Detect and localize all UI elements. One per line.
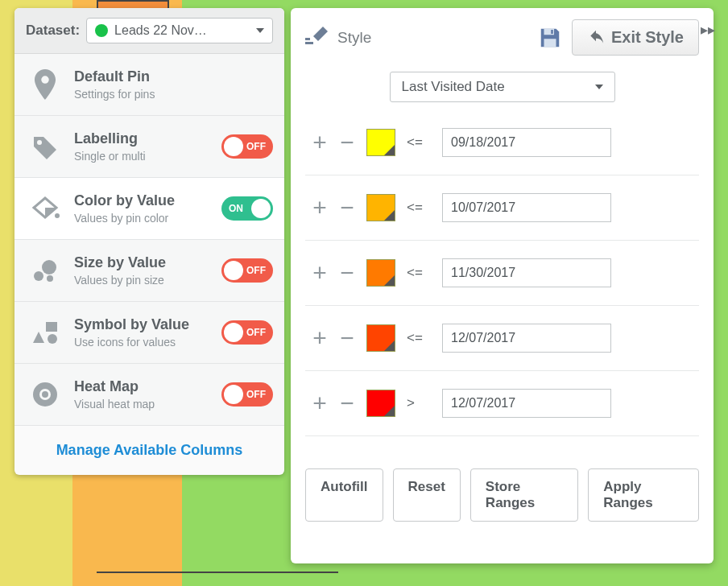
brush-icon bbox=[305, 27, 328, 49]
manage-columns-link[interactable]: Manage Available Columns bbox=[14, 426, 284, 475]
remove-range-button[interactable]: − bbox=[339, 326, 355, 350]
svg-rect-15 bbox=[551, 30, 553, 34]
color-by-value-toggle[interactable]: ON bbox=[221, 196, 273, 221]
range-row: +−> bbox=[305, 371, 699, 436]
svg-rect-5 bbox=[46, 322, 57, 332]
shapes-icon bbox=[27, 320, 63, 345]
style-sidebar: Dataset: Leads 22 Nov… Default Pin Setti… bbox=[14, 8, 284, 475]
chevron-down-icon bbox=[384, 145, 395, 155]
chevron-down-icon bbox=[595, 85, 603, 89]
symbol-by-value-toggle[interactable]: OFF bbox=[221, 320, 273, 345]
range-row: +−<= bbox=[305, 175, 699, 241]
range-row: +−<= bbox=[305, 110, 699, 175]
add-range-button[interactable]: + bbox=[312, 196, 328, 220]
style-title: Style bbox=[337, 29, 528, 47]
expand-icon[interactable]: ▸▸ bbox=[701, 21, 715, 39]
chevron-down-icon bbox=[384, 275, 395, 286]
heatmap-icon bbox=[27, 381, 63, 408]
dataset-label: Dataset: bbox=[26, 23, 80, 39]
color-swatch[interactable] bbox=[366, 194, 395, 221]
color-swatch[interactable] bbox=[366, 390, 395, 417]
range-operator: <= bbox=[407, 200, 431, 216]
svg-rect-11 bbox=[305, 38, 310, 40]
svg-point-10 bbox=[42, 391, 48, 398]
section-sub: Settings for pins bbox=[74, 88, 273, 101]
section-title: Color by Value bbox=[74, 192, 210, 209]
labelling-toggle[interactable]: OFF bbox=[221, 134, 273, 159]
bubbles-icon bbox=[27, 258, 63, 283]
chevron-down-icon bbox=[384, 406, 395, 416]
remove-range-button[interactable]: − bbox=[339, 391, 355, 415]
add-range-button[interactable]: + bbox=[312, 130, 328, 155]
store-ranges-button[interactable]: Store Ranges bbox=[470, 468, 578, 522]
range-row: +−<= bbox=[305, 306, 699, 371]
svg-marker-6 bbox=[33, 332, 44, 343]
remove-range-button[interactable]: − bbox=[339, 130, 355, 155]
range-value-input[interactable] bbox=[442, 324, 611, 353]
field-selected: Last Visited Date bbox=[402, 79, 505, 95]
dataset-status-dot bbox=[95, 24, 108, 37]
remove-range-button[interactable]: − bbox=[339, 196, 355, 220]
sidebar-item-labelling[interactable]: Labelling Single or multi OFF bbox=[14, 116, 284, 178]
svg-point-2 bbox=[42, 260, 56, 274]
section-sub: Values by pin size bbox=[74, 274, 210, 287]
style-panel: ▸▸ Style Exit Style Last Visited Date +−… bbox=[291, 8, 714, 563]
range-value-input[interactable] bbox=[442, 128, 611, 157]
heat-map-toggle[interactable]: OFF bbox=[221, 382, 273, 406]
range-value-input[interactable] bbox=[442, 258, 611, 287]
range-row: +−<= bbox=[305, 241, 699, 306]
app-panels: Dataset: Leads 22 Nov… Default Pin Setti… bbox=[14, 8, 714, 563]
svg-point-1 bbox=[55, 213, 60, 218]
section-title: Heat Map bbox=[74, 378, 210, 395]
reset-button[interactable]: Reset bbox=[393, 468, 461, 522]
sidebar-item-default-pin[interactable]: Default Pin Settings for pins bbox=[14, 54, 284, 116]
range-value-input[interactable] bbox=[442, 193, 611, 222]
sidebar-item-symbol-by-value[interactable]: Symbol by Value Use icons for values OFF bbox=[14, 302, 284, 364]
exit-style-button[interactable]: Exit Style bbox=[572, 19, 699, 56]
add-range-button[interactable]: + bbox=[312, 261, 328, 285]
range-value-input[interactable] bbox=[442, 389, 611, 418]
chevron-down-icon bbox=[384, 210, 395, 221]
size-by-value-toggle[interactable]: OFF bbox=[221, 258, 273, 283]
autofill-button[interactable]: Autofill bbox=[305, 468, 383, 522]
add-range-button[interactable]: + bbox=[312, 326, 328, 350]
range-operator: <= bbox=[407, 265, 431, 281]
svg-rect-14 bbox=[544, 39, 556, 47]
field-select[interactable]: Last Visited Date bbox=[390, 72, 615, 102]
add-range-button[interactable]: + bbox=[312, 391, 328, 415]
section-title: Default Pin bbox=[74, 68, 273, 85]
section-title: Symbol by Value bbox=[74, 316, 210, 333]
section-sub: Visual heat map bbox=[74, 398, 210, 411]
dataset-row: Dataset: Leads 22 Nov… bbox=[14, 8, 284, 54]
color-swatch[interactable] bbox=[366, 324, 395, 352]
svg-point-0 bbox=[37, 140, 42, 145]
color-swatch[interactable] bbox=[366, 129, 395, 156]
action-buttons: Autofill Reset Store Ranges Apply Ranges bbox=[305, 468, 699, 522]
remove-range-button[interactable]: − bbox=[339, 261, 355, 285]
section-sub: Use icons for values bbox=[74, 336, 210, 349]
paint-bucket-icon bbox=[27, 196, 63, 221]
sidebar-item-heat-map[interactable]: Heat Map Visual heat map OFF bbox=[14, 364, 284, 426]
color-swatch[interactable] bbox=[366, 259, 395, 287]
apply-ranges-button[interactable]: Apply Ranges bbox=[588, 468, 699, 522]
svg-point-3 bbox=[34, 271, 43, 281]
section-title: Size by Value bbox=[74, 254, 210, 271]
undo-icon bbox=[587, 30, 605, 46]
chevron-down-icon bbox=[384, 340, 395, 351]
sidebar-item-size-by-value[interactable]: Size by Value Values by pin size OFF bbox=[14, 240, 284, 302]
section-title: Labelling bbox=[74, 130, 210, 147]
pin-icon bbox=[27, 69, 63, 100]
svg-point-7 bbox=[48, 334, 57, 344]
sidebar-item-color-by-value[interactable]: Color by Value Values by pin color ON bbox=[14, 178, 284, 240]
dataset-selected-text: Leads 22 Nov… bbox=[114, 23, 250, 38]
dataset-select[interactable]: Leads 22 Nov… bbox=[86, 18, 273, 43]
ranges-list: +−<=+−<=+−<=+−<=+−> bbox=[305, 110, 699, 436]
range-operator: <= bbox=[407, 134, 431, 151]
svg-rect-12 bbox=[305, 42, 313, 44]
range-operator: > bbox=[407, 395, 431, 411]
section-sub: Single or multi bbox=[74, 150, 210, 163]
chevron-down-icon bbox=[256, 28, 264, 33]
section-sub: Values by pin color bbox=[74, 212, 210, 225]
tag-icon bbox=[27, 134, 63, 159]
save-button[interactable] bbox=[538, 26, 562, 50]
